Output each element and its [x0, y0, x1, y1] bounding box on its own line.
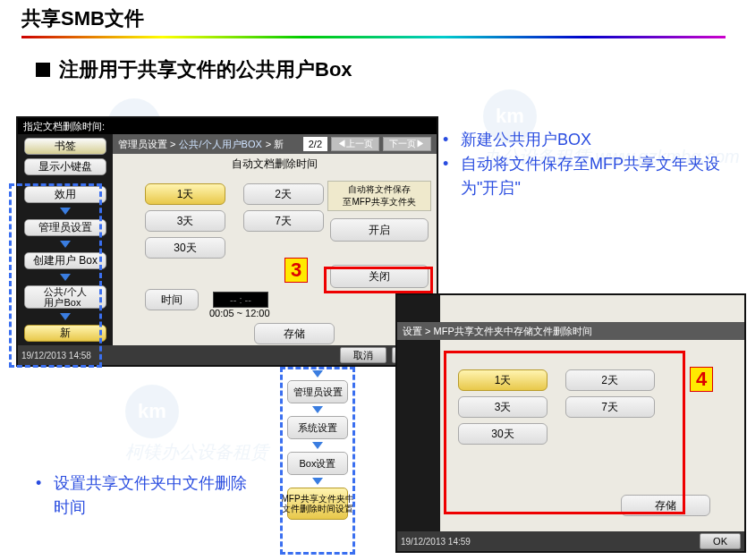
opt-2day[interactable]: 2天	[243, 183, 324, 205]
enable-button[interactable]: 开启	[330, 218, 429, 242]
panel-mfp-delete-time: 设置 > MFP共享文件夹中存储文件删除时间 1天 2天 3天 7天 30天 存…	[395, 293, 746, 553]
panel-main: 管理员设置 > 公共/个人用户BOX > 新 2/2 ◀上一页 下一页▶ 自动文…	[113, 134, 437, 345]
breadcrumb-link[interactable]: MFP共享文件夹中存储文件删除时间	[434, 325, 592, 338]
prev-page-button[interactable]: ◀上一页	[331, 137, 379, 151]
opt-30day[interactable]: 30天	[145, 237, 225, 259]
opt-30day[interactable]: 30天	[458, 423, 548, 445]
section-title: 注册用于共享文件的公共用户Box	[0, 56, 747, 83]
ok-button[interactable]: OK	[700, 533, 741, 549]
disable-button[interactable]: 关闭	[330, 265, 429, 288]
store-button[interactable]: 存储	[254, 323, 335, 344]
chain-system[interactable]: 系统设置	[287, 416, 348, 439]
opt-3day[interactable]: 3天	[458, 396, 548, 418]
chevron-down-icon	[312, 478, 323, 485]
callout-3: 3	[284, 258, 308, 283]
notes-top: 新建公共用户BOX 自动将文件保存至MFP共享文年夹设为"开启"	[443, 128, 729, 200]
apply-button[interactable]: 效用	[24, 186, 106, 203]
opt-1day[interactable]: 1天	[145, 183, 225, 205]
cancel-button[interactable]: 取消	[340, 347, 386, 363]
breadcrumb: 设置 > MFP共享文件夹中存储文件删除时间	[397, 322, 744, 340]
chevron-down-icon	[60, 241, 71, 248]
callout-4: 4	[690, 367, 713, 392]
chevron-down-icon	[60, 313, 71, 320]
new-button[interactable]: 新	[24, 325, 106, 342]
user-box-button[interactable]: 公共/个人 用户Box	[24, 285, 106, 309]
section-title-text: 注册用于共享文件的公共用户Box	[59, 58, 352, 81]
panel-footer: 19/12/2013 14:58 取消 OK	[18, 345, 437, 365]
bookmark-button[interactable]: 书签	[24, 138, 106, 155]
nav-chain: 管理员设置 系统设置 Box设置 MFP共享文件夹中 文件删除时间设置	[286, 370, 349, 520]
time-button[interactable]: 时间	[145, 289, 199, 310]
create-user-box-button[interactable]: 创建用户 Box	[24, 252, 106, 269]
chain-box[interactable]: Box设置	[287, 452, 348, 475]
chain-mfp-delete-time[interactable]: MFP共享文件夹中 文件删除时间设置	[287, 488, 348, 520]
opt-2day[interactable]: 2天	[565, 369, 655, 391]
footer-timestamp: 19/12/2013 14:58	[21, 351, 91, 361]
option-grid: 1天 2天 3天 7天 30天	[138, 181, 331, 261]
chevron-down-icon	[312, 442, 323, 449]
time-range: 00:05 ~ 12:00	[209, 308, 270, 318]
save-to-mfp-box: 自动将文件保存 至MFP共享文件夹 开启 关闭	[327, 181, 431, 293]
panel-subtitle: 自动文档删除时间	[113, 154, 437, 174]
opt-7day[interactable]: 7天	[243, 210, 324, 232]
footer-timestamp: 19/12/2013 14:59	[401, 537, 471, 547]
panel-header: 指定文档删除时间:	[18, 118, 437, 134]
store-button[interactable]: 存储	[621, 495, 710, 516]
breadcrumb-link[interactable]: 公共/个人用户BOX	[179, 138, 261, 151]
note-item: 设置共享文件夹中文件删除时间	[36, 471, 259, 520]
opt-1day[interactable]: 1天	[458, 369, 548, 391]
chevron-down-icon	[312, 370, 323, 378]
option-grid: 1天 2天 3天 7天 30天	[451, 367, 662, 447]
bullet-icon	[36, 63, 50, 77]
chevron-down-icon	[60, 208, 71, 215]
panel-delete-time: 指定文档删除时间: 书签 显示小键盘 效用 管理员设置 创建用户 Box 公共/…	[16, 116, 438, 367]
note-item: 新建公共用户BOX	[443, 128, 729, 152]
note-item: 自动将文件保存至MFP共享文年夹设为"开启"	[443, 152, 729, 200]
save-to-mfp-label: 自动将文件保存 至MFP共享文件夹	[327, 181, 431, 211]
breadcrumb-prefix: 设置 >	[403, 325, 430, 338]
notes-bottom: 设置共享文件夹中文件删除时间	[36, 471, 259, 520]
chevron-down-icon	[60, 274, 71, 281]
time-display: -- : --	[213, 292, 268, 308]
show-keyboard-button[interactable]: 显示小键盘	[24, 158, 106, 175]
page-indicator: 2/2	[303, 137, 327, 151]
left-sidebar: 书签 显示小键盘 效用 管理员设置 创建用户 Box 公共/个人 用户Box 新	[18, 134, 113, 345]
chevron-down-icon	[312, 406, 323, 413]
opt-3day[interactable]: 3天	[145, 210, 225, 232]
opt-7day[interactable]: 7天	[565, 396, 655, 418]
breadcrumb-tail: > 新	[266, 138, 284, 151]
panel-header-text: 指定文档删除时间:	[23, 120, 105, 133]
breadcrumb: 管理员设置 > 公共/个人用户BOX > 新 2/2 ◀上一页 下一页▶	[113, 134, 437, 154]
decorative-divider	[21, 36, 726, 38]
next-page-button[interactable]: 下一页▶	[383, 137, 431, 151]
breadcrumb-prefix: 管理员设置 >	[118, 138, 175, 151]
page-title: 共享SMB文件	[0, 0, 747, 36]
panel-footer: 19/12/2013 14:59 OK	[397, 531, 744, 551]
chain-admin[interactable]: 管理员设置	[287, 380, 348, 403]
admin-settings-button[interactable]: 管理员设置	[24, 219, 106, 236]
